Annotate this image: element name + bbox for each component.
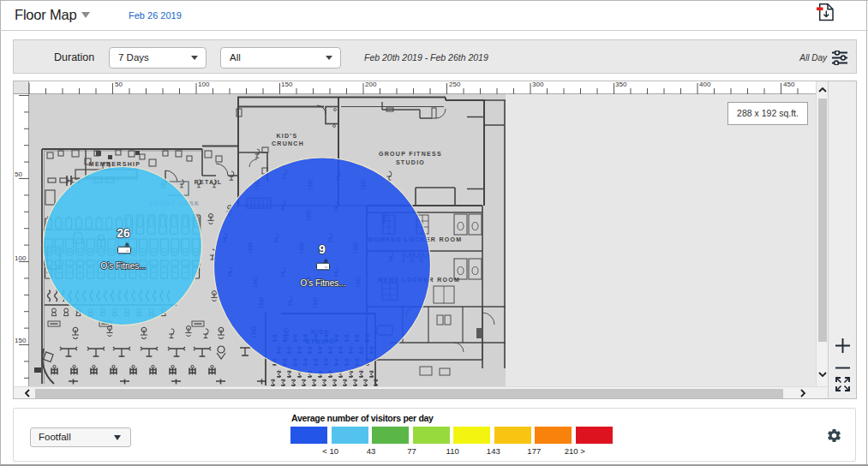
svg-text:O’s Fitnes...: O’s Fitnes... <box>100 261 146 271</box>
svg-text:300: 300 <box>532 81 544 88</box>
svg-text:150: 150 <box>281 81 293 88</box>
svg-text:100: 100 <box>198 81 210 88</box>
svg-text:O’s Fitnes...: O’s Fitnes... <box>300 278 345 288</box>
svg-text:26: 26 <box>117 226 130 240</box>
svg-text:MEMBERSHIP: MEMBERSHIP <box>89 161 141 167</box>
svg-text:450: 450 <box>783 81 795 88</box>
svg-text:350: 350 <box>615 81 627 88</box>
svg-text:GROUP FITNESS: GROUP FITNESS <box>379 151 442 157</box>
svg-text:288 x 192 sq.ft.: 288 x 192 sq.ft. <box>737 108 799 118</box>
svg-text:STUDIO: STUDIO <box>396 159 425 165</box>
svg-text:200: 200 <box>365 81 377 88</box>
svg-text:50: 50 <box>115 81 123 88</box>
svg-text:9: 9 <box>319 242 326 256</box>
svg-text:50: 50 <box>15 170 22 178</box>
svg-text:100: 100 <box>15 254 27 262</box>
svg-text:CRUNCH: CRUNCH <box>272 140 304 146</box>
svg-text:KID’S: KID’S <box>276 133 297 139</box>
svg-text:400: 400 <box>699 81 711 88</box>
svg-text:250: 250 <box>449 81 461 88</box>
svg-text:150: 150 <box>15 337 27 344</box>
